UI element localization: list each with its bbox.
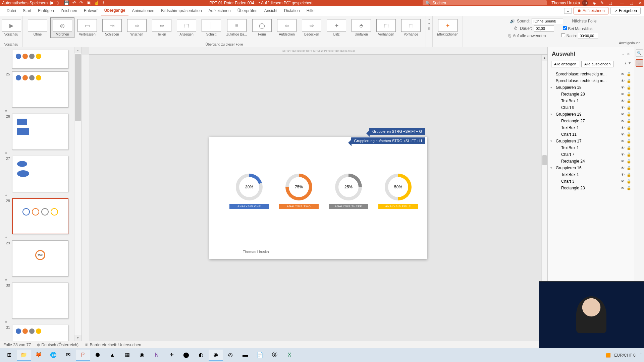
transition-schieben[interactable]: ⇥Schieben (100, 17, 124, 38)
lock-icon[interactable]: 🔓 (627, 85, 631, 90)
app-icon[interactable]: ◉ (135, 350, 149, 361)
coming-soon-icon[interactable]: ◈ (593, 1, 596, 5)
visibility-icon[interactable]: 👁 (621, 106, 625, 110)
callout-ungroup[interactable]: Gruppierung aufheben STRG +SHIFT+ H (351, 137, 425, 144)
window-icon[interactable]: ▢ (608, 1, 612, 5)
app-icon[interactable]: ▦ (120, 350, 134, 361)
visibility-icon[interactable]: 👁 (621, 146, 625, 150)
touch-icon[interactable]: ☝ (94, 0, 99, 5)
selection-item[interactable]: ▾Gruppieren 18👁🔓 (548, 84, 634, 91)
toggle-switch[interactable] (50, 1, 59, 5)
slide-thumbnail[interactable] (12, 198, 68, 234)
minimize-icon[interactable]: — (620, 1, 624, 5)
ink-icon[interactable]: ✎ (600, 1, 604, 5)
transition-teilen[interactable]: ⇔Teilen (150, 17, 174, 38)
transition-form[interactable]: ◯Form (250, 17, 274, 38)
tray-icon[interactable]: 🟧 (606, 353, 611, 358)
tab-aufzeichnen[interactable]: Aufzeichnen (205, 6, 234, 15)
visibility-icon[interactable]: 👁 (621, 166, 625, 170)
transition-aufdecken[interactable]: ⇦Aufdecken (275, 17, 299, 38)
selection-item[interactable]: Rectangle 24👁🔓 (548, 158, 634, 165)
visibility-icon[interactable]: 👁 (621, 139, 625, 143)
move-down-icon[interactable]: ▾ (629, 61, 631, 67)
gallery-down-icon[interactable]: ▾ (428, 22, 430, 25)
slide[interactable]: Gruppieren STRG +SHIFT+ G Gruppierung au… (209, 137, 427, 259)
callout-group[interactable]: Gruppieren STRG +SHIFT+ G (369, 128, 425, 135)
transition-schnitt[interactable]: │Schnitt (199, 17, 223, 38)
after-input[interactable] (578, 33, 598, 39)
tab-bildschirmpräsentation[interactable]: Bildschirmpräsentation (158, 6, 205, 15)
start-button[interactable]: ⊞ (2, 350, 16, 361)
sound-dropdown[interactable] (532, 18, 563, 24)
selection-item[interactable]: TextBox 1👁🔓 (548, 144, 634, 151)
visibility-icon[interactable]: 👁 (621, 153, 625, 157)
tab-start[interactable]: Start (19, 6, 35, 15)
record-button[interactable]: ⏺Aufzeichnen (574, 7, 608, 14)
tab-ansicht[interactable]: Ansicht (261, 6, 281, 15)
lock-icon[interactable]: 🔓 (627, 153, 631, 157)
close-icon[interactable]: ✕ (639, 1, 642, 5)
selection-item[interactable]: Rectangle 23👁🔓 (548, 185, 634, 191)
after-checkbox[interactable] (561, 33, 565, 37)
user-account[interactable]: Thomas Hruska TH (551, 0, 588, 6)
expand-icon[interactable]: ▾ (550, 166, 554, 170)
app-icon[interactable]: 📄 (253, 350, 267, 361)
scroll-down-icon[interactable]: ▾ (74, 335, 82, 341)
tab-zeichnen[interactable]: Zeichnen (57, 6, 80, 15)
selection-item[interactable]: TextBox 1👁🔓 (548, 124, 634, 131)
transition-vorhnge[interactable]: ⬚Vorhänge (399, 17, 423, 38)
tab-datei[interactable]: Datei (3, 6, 19, 15)
excel-icon[interactable]: X (282, 350, 297, 361)
pane-close-icon[interactable]: ✕ (627, 52, 630, 56)
transition-anzeigen[interactable]: ⬚Anzeigen (174, 17, 199, 38)
show-all-button[interactable]: Alle anzeigen (551, 61, 579, 67)
tab-überprüfen[interactable]: Überprüfen (234, 6, 261, 15)
transition-morphen[interactable]: ◎Morphen (50, 17, 74, 38)
selection-item[interactable]: Sprechblase: rechteckig m...👁🔓 (548, 77, 634, 84)
visibility-icon[interactable]: 👁 (621, 85, 625, 89)
onenote-icon[interactable]: N (150, 350, 164, 361)
gallery-up-icon[interactable]: ▴ (428, 17, 430, 21)
transition-umfallen[interactable]: ⬘Umfallen (349, 17, 373, 38)
tab-übergänge[interactable]: Übergänge (101, 6, 129, 15)
move-up-icon[interactable]: ▴ (625, 61, 627, 67)
lock-icon[interactable]: 🔓 (627, 126, 631, 130)
gallery-more-icon[interactable]: ⊟ (428, 27, 431, 30)
app-icon[interactable]: ◐ (194, 350, 208, 361)
lock-icon[interactable]: 🔓 (627, 72, 631, 76)
file-explorer-icon[interactable]: 📁 (17, 350, 31, 361)
visibility-icon[interactable]: 👁 (621, 79, 625, 83)
visibility-icon[interactable]: 👁 (621, 186, 625, 190)
autosave-toggle[interactable]: Automatisches Speichern (2, 1, 59, 5)
selection-item[interactable]: Rectangle 27👁🔓 (548, 118, 634, 124)
transition-ohne[interactable]: Ohne (25, 17, 50, 38)
present-icon[interactable]: ▣ (87, 0, 91, 5)
tray-up-icon[interactable]: ˄ (640, 353, 642, 358)
lock-icon[interactable]: 🔓 (627, 112, 631, 117)
app-icon[interactable]: ◉ (209, 350, 223, 361)
visibility-icon[interactable]: 👁 (621, 173, 625, 177)
selection-item[interactable]: Chart 7👁🔓 (548, 151, 634, 158)
tab-entwurf[interactable]: Entwurf (80, 6, 101, 15)
search-panel-icon[interactable]: 🔍 (636, 49, 643, 57)
donut-group-2[interactable]: 75% ANALYSIS TWO (279, 174, 319, 209)
scroll-up-icon[interactable]: ▴ (74, 47, 82, 53)
search-box[interactable]: 🔍 Suchen (423, 0, 547, 5)
document-title[interactable]: PPT 01 Roter Faden 004... • Auf "diesem … (104, 1, 418, 5)
slide-thumbnail[interactable] (12, 325, 68, 341)
preview-button[interactable]: ▶Vorschau (0, 17, 23, 38)
pane-dropdown-icon[interactable]: ⌄ (621, 52, 624, 56)
tab-dictation[interactable]: Dictation (281, 6, 303, 15)
app-icon[interactable]: ▬ (238, 350, 252, 361)
lock-icon[interactable]: 🔓 (627, 173, 631, 177)
transition-verhngen[interactable]: ⬚Verhängen (374, 17, 398, 38)
selection-item[interactable]: Rectangle 28👁🔓 (548, 91, 634, 98)
transition-wischen[interactable]: ⇨Wischen (125, 17, 149, 38)
lock-icon[interactable]: 🔓 (627, 132, 631, 137)
telegram-icon[interactable]: ✈ (164, 350, 178, 361)
duration-input[interactable] (534, 25, 554, 32)
selection-item[interactable]: ▾Gruppieren 19👁🔓 (548, 111, 634, 118)
thumbnails-scrollbar[interactable]: ▴ ▾ (74, 47, 82, 341)
slide-thumbnail[interactable]: 75% (12, 240, 68, 277)
slide-thumbnail[interactable] (12, 114, 68, 150)
